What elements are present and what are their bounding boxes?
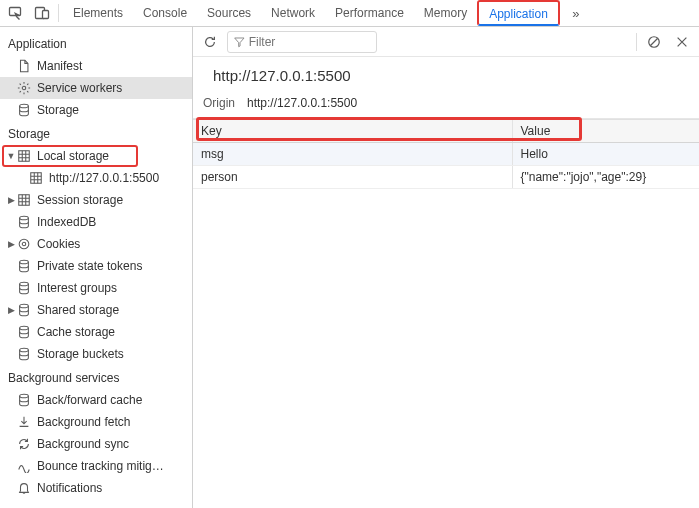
sidebar-item-background-fetch[interactable]: ▶Background fetch	[0, 411, 192, 433]
filter-input[interactable]	[249, 35, 370, 49]
db-icon	[16, 324, 32, 340]
svg-rect-7	[19, 195, 30, 206]
table-row[interactable]: person{"name":"jojo","age":29}	[193, 166, 699, 189]
svg-point-4	[20, 104, 29, 108]
svg-rect-5	[19, 151, 30, 162]
tab-console[interactable]: Console	[133, 0, 197, 26]
db-icon	[16, 346, 32, 362]
db-icon	[16, 258, 32, 274]
storage-toolbar	[193, 27, 699, 57]
db-icon	[16, 102, 32, 118]
sidebar-item-label: Local storage	[37, 149, 192, 163]
chevron-down-icon[interactable]: ▼	[6, 151, 16, 161]
sidebar-item-manifest[interactable]: ▶Manifest	[0, 55, 192, 77]
sidebar-item-label: Background fetch	[37, 415, 192, 429]
svg-point-9	[19, 239, 29, 249]
section-background-services: Background services	[0, 365, 192, 389]
sidebar-item-shared-storage[interactable]: ▶Shared storage	[0, 299, 192, 321]
sidebar-item-back-forward-cache[interactable]: ▶Back/forward cache	[0, 389, 192, 411]
origin-label: Origin	[203, 96, 235, 110]
chevron-right-icon[interactable]: ▶	[6, 195, 16, 205]
origin-value: http://127.0.0.1:5500	[247, 96, 357, 110]
sidebar-item-service-workers[interactable]: ▶Service workers	[0, 77, 192, 99]
application-sidebar: Application▶Manifest▶Service workers▶Sto…	[0, 27, 193, 508]
svg-point-11	[20, 260, 29, 264]
sync-icon	[16, 436, 32, 452]
sidebar-item-label: Session storage	[37, 193, 192, 207]
sidebar-item-session-storage[interactable]: ▶Session storage	[0, 189, 192, 211]
tab-elements[interactable]: Elements	[63, 0, 133, 26]
cell-value[interactable]: {"name":"jojo","age":29}	[512, 166, 699, 189]
svg-point-15	[20, 348, 29, 352]
sidebar-item-private-state-tokens[interactable]: ▶Private state tokens	[0, 255, 192, 277]
sidebar-item-label: Background sync	[37, 437, 192, 451]
clear-all-icon[interactable]	[643, 31, 665, 53]
col-key[interactable]: Key	[193, 120, 512, 143]
sidebar-item-background-sync[interactable]: ▶Background sync	[0, 433, 192, 455]
grid-icon	[28, 170, 44, 186]
tab-application[interactable]: Application	[477, 0, 560, 26]
sidebar-item-storage[interactable]: ▶Storage	[0, 99, 192, 121]
grid-icon	[16, 148, 32, 164]
origin-row: Origin http://127.0.0.1:5500	[193, 92, 699, 119]
cell-key[interactable]: msg	[193, 143, 512, 166]
db-icon	[16, 392, 32, 408]
tab-memory[interactable]: Memory	[414, 0, 477, 26]
chevron-right-icon[interactable]: ▶	[6, 305, 16, 315]
sidebar-item-label: Bounce tracking mitig…	[37, 459, 192, 473]
col-value[interactable]: Value	[512, 120, 699, 143]
filter-input-wrap[interactable]	[227, 31, 377, 53]
sidebar-item-interest-groups[interactable]: ▶Interest groups	[0, 277, 192, 299]
db-icon	[16, 214, 32, 230]
sidebar-item-label: Back/forward cache	[37, 393, 192, 407]
svg-rect-6	[31, 173, 42, 184]
svg-point-13	[20, 304, 29, 308]
devtools-tabbar: ElementsConsoleSourcesNetworkPerformance…	[0, 0, 699, 27]
cell-key[interactable]: person	[193, 166, 512, 189]
storage-url: http://127.0.0.1:5500	[193, 57, 699, 92]
sidebar-item-http-127-0-0-1-5500[interactable]: ▶http://127.0.0.1:5500	[0, 167, 192, 189]
gear-icon	[16, 80, 32, 96]
section-application: Application	[0, 31, 192, 55]
sidebar-item-local-storage[interactable]: ▼Local storage	[0, 145, 192, 167]
sidebar-item-label: Interest groups	[37, 281, 192, 295]
divider	[636, 33, 637, 51]
tab-performance[interactable]: Performance	[325, 0, 414, 26]
sidebar-item-bounce-tracking-mitig[interactable]: ▶Bounce tracking mitig…	[0, 455, 192, 477]
sidebar-item-cache-storage[interactable]: ▶Cache storage	[0, 321, 192, 343]
storage-panel: http://127.0.0.1:5500 Origin http://127.…	[193, 27, 699, 508]
svg-point-14	[20, 326, 29, 330]
inspect-icon[interactable]	[4, 1, 28, 25]
chevron-right-icon[interactable]: ▶	[6, 239, 16, 249]
cell-value[interactable]: Hello	[512, 143, 699, 166]
tabs-overflow-button[interactable]: »	[562, 6, 590, 21]
storage-table[interactable]: Key Value msgHelloperson{"name":"jojo","…	[193, 119, 699, 189]
tab-sources[interactable]: Sources	[197, 0, 261, 26]
tabs: ElementsConsoleSourcesNetworkPerformance…	[63, 0, 560, 26]
sidebar-item-label: Storage	[37, 103, 192, 117]
grid-icon	[16, 192, 32, 208]
sidebar-item-label: Manifest	[37, 59, 192, 73]
sidebar-item-label: IndexedDB	[37, 215, 192, 229]
bell-icon	[16, 480, 32, 496]
sidebar-item-label: Notifications	[37, 481, 192, 495]
tab-network[interactable]: Network	[261, 0, 325, 26]
sidebar-item-label: Shared storage	[37, 303, 192, 317]
sidebar-item-notifications[interactable]: ▶Notifications	[0, 477, 192, 499]
svg-point-10	[22, 242, 26, 246]
bounce-icon	[16, 458, 32, 474]
refresh-icon[interactable]	[199, 31, 221, 53]
db-icon	[16, 280, 32, 296]
sidebar-item-label: Private state tokens	[37, 259, 192, 273]
delete-selected-icon[interactable]	[671, 31, 693, 53]
doc-icon	[16, 58, 32, 74]
divider	[58, 4, 59, 22]
sidebar-item-label: Storage buckets	[37, 347, 192, 361]
table-row[interactable]: msgHello	[193, 143, 699, 166]
ring-icon	[16, 236, 32, 252]
sidebar-item-cookies[interactable]: ▶Cookies	[0, 233, 192, 255]
svg-point-8	[20, 216, 29, 220]
sidebar-item-indexeddb[interactable]: ▶IndexedDB	[0, 211, 192, 233]
device-toggle-icon[interactable]	[30, 1, 54, 25]
sidebar-item-storage-buckets[interactable]: ▶Storage buckets	[0, 343, 192, 365]
